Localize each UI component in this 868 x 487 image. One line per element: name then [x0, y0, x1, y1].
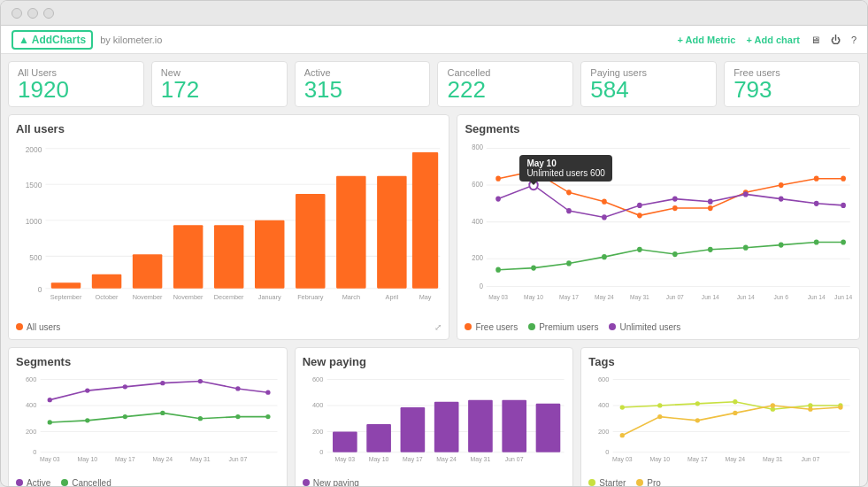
svg-point-149 — [657, 414, 662, 419]
bottom-segments-legend: Active Cancelled — [16, 478, 280, 487]
svg-point-44 — [637, 213, 642, 218]
svg-rect-18 — [377, 176, 406, 289]
svg-text:April: April — [386, 293, 399, 301]
bottom-new-paying-title: New paying — [303, 355, 566, 368]
legend-cancelled: Cancelled — [61, 478, 111, 487]
all-users-legend: All users ⤢ — [16, 322, 442, 332]
svg-point-151 — [734, 411, 738, 415]
metric-card-cancelled: Cancelled 222 — [437, 61, 573, 107]
svg-rect-120 — [333, 431, 357, 452]
metric-card-all-users: All Users 1920 — [8, 61, 144, 107]
svg-point-64 — [566, 208, 572, 213]
window-controls — [12, 8, 54, 19]
metrics-row: All Users 1920 New 172 Active 315 Cancel… — [8, 61, 860, 107]
svg-text:600: 600 — [312, 375, 323, 383]
segments-chart: Segments May 10 Unlimited users 600 800 … — [457, 114, 860, 340]
expand-icon[interactable]: ⤢ — [434, 322, 442, 332]
bottom-tags-card: Tags 600 400 200 0 — [580, 347, 860, 487]
svg-rect-124 — [468, 399, 493, 452]
segments-svg: 800 600 400 200 0 — [465, 139, 852, 319]
svg-point-59 — [779, 242, 784, 247]
legend-dot-free — [465, 323, 472, 330]
metric-value-0: 1920 — [18, 78, 134, 101]
charts-row: All users 2000 1500 1000 500 0 — [8, 114, 860, 340]
svg-point-60 — [814, 239, 819, 244]
svg-text:May 03: May 03 — [612, 456, 633, 463]
svg-text:May 24: May 24 — [595, 294, 614, 301]
svg-point-53 — [566, 260, 572, 266]
metric-value-3: 222 — [447, 78, 564, 101]
legend-label-starter: Starter — [599, 478, 626, 487]
svg-text:November: November — [173, 293, 204, 301]
svg-point-49 — [814, 176, 819, 182]
svg-text:400: 400 — [472, 217, 484, 225]
svg-point-50 — [841, 176, 847, 182]
svg-point-42 — [566, 189, 572, 195]
svg-text:January: January — [258, 293, 281, 301]
add-chart-btn[interactable]: + Add chart — [746, 35, 799, 45]
svg-point-62 — [496, 196, 502, 201]
legend-label-all-users: All users — [27, 322, 60, 332]
svg-text:Jun 07: Jun 07 — [505, 456, 524, 462]
add-metric-btn[interactable]: + Add Metric — [678, 35, 736, 45]
svg-point-56 — [672, 251, 678, 257]
svg-point-71 — [814, 201, 819, 206]
close-btn[interactable] — [12, 8, 22, 19]
svg-text:December: December — [214, 293, 244, 301]
bottom-new-paying-card: New paying 600 400 200 0 — [295, 347, 574, 487]
minimize-btn[interactable] — [27, 8, 38, 19]
svg-point-63 — [530, 181, 539, 189]
maximize-btn[interactable] — [43, 8, 54, 19]
svg-point-101 — [123, 414, 127, 419]
svg-text:May 17: May 17 — [687, 456, 708, 463]
help-icon[interactable]: ? — [851, 35, 856, 45]
legend-premium-users: Premium users — [528, 322, 598, 332]
svg-text:400: 400 — [312, 401, 323, 409]
legend-label-free: Free users — [475, 322, 518, 332]
svg-text:February: February — [297, 293, 324, 301]
svg-text:Jun 14: Jun 14 — [808, 294, 826, 300]
legend-dot-all-users — [16, 323, 23, 330]
svg-point-100 — [85, 418, 89, 422]
svg-point-66 — [637, 203, 642, 208]
svg-point-104 — [235, 414, 240, 419]
svg-point-153 — [809, 406, 813, 411]
svg-text:May 31: May 31 — [470, 456, 490, 463]
app-header: ▲ AddCharts by kilometer.io + Add Metric… — [1, 26, 867, 54]
svg-point-43 — [602, 199, 607, 205]
bottom-new-paying-legend: New paying — [303, 478, 566, 487]
svg-point-94 — [123, 384, 127, 389]
svg-point-70 — [779, 196, 784, 201]
svg-rect-17 — [336, 176, 365, 289]
all-users-chart-area: 2000 1500 1000 500 0 — [16, 139, 442, 319]
segments-legend: Free users Premium users Unlimited users — [465, 322, 852, 332]
svg-text:May: May — [419, 293, 432, 301]
legend-new-paying: New paying — [303, 478, 359, 487]
metric-value-2: 315 — [304, 78, 421, 101]
svg-text:May 31: May 31 — [190, 456, 211, 463]
svg-point-97 — [235, 386, 240, 390]
monitor-icon[interactable]: 🖥 — [810, 35, 820, 45]
bottom-segments-svg: 600 400 200 0 — [16, 372, 280, 475]
svg-rect-121 — [366, 424, 391, 452]
metric-value-1: 172 — [161, 78, 278, 101]
svg-text:1500: 1500 — [26, 181, 42, 189]
metric-card-active: Active 315 — [295, 61, 431, 107]
logo-icon: ▲ — [19, 34, 29, 46]
svg-text:May 24: May 24 — [153, 456, 173, 463]
logo[interactable]: ▲ AddCharts — [12, 30, 93, 50]
svg-text:Jun 07: Jun 07 — [666, 294, 684, 300]
svg-text:600: 600 — [26, 375, 36, 383]
legend-dot-pro — [636, 479, 643, 486]
power-icon[interactable]: ⏻ — [831, 35, 841, 45]
svg-point-54 — [602, 254, 607, 259]
svg-point-72 — [841, 203, 847, 208]
legend-label-unlimited: Unlimited users — [619, 322, 680, 332]
svg-point-154 — [839, 405, 843, 409]
svg-point-98 — [265, 390, 270, 394]
legend-label-premium: Premium users — [539, 322, 598, 332]
legend-starter: Starter — [588, 478, 626, 487]
svg-rect-14 — [214, 225, 243, 289]
by-text: by kilometer.io — [100, 35, 162, 45]
svg-rect-123 — [434, 402, 459, 452]
